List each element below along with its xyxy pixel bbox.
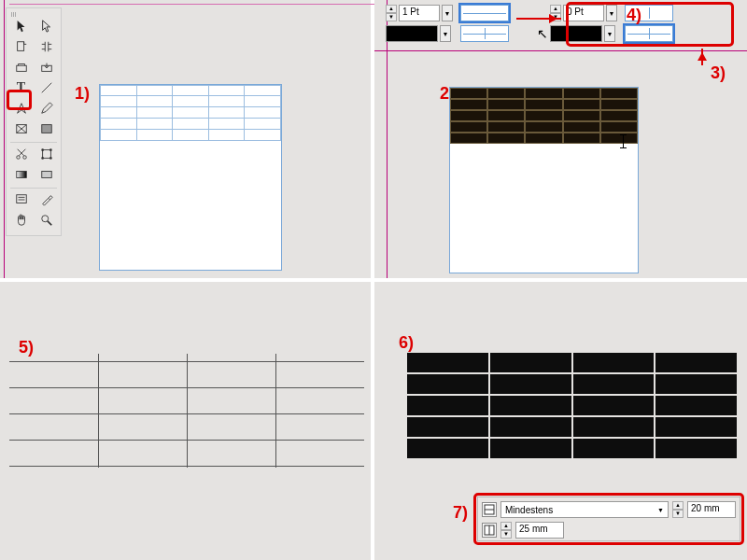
annotation-arrow xyxy=(516,18,561,20)
eyedropper-tool[interactable] xyxy=(35,190,58,209)
svg-rect-1 xyxy=(16,65,26,71)
stroke-weight-field[interactable]: 1 Pt xyxy=(399,5,440,21)
table-selected-wide[interactable] xyxy=(407,353,737,460)
margin-guide xyxy=(374,50,747,51)
svg-rect-17 xyxy=(16,195,26,203)
rectangle-frame-tool[interactable] xyxy=(9,119,33,138)
zoom-tool[interactable] xyxy=(35,211,58,230)
text-frame[interactable] xyxy=(449,87,639,273)
gradient-swatch-tool[interactable] xyxy=(9,165,33,184)
stroke-weight-dropdown[interactable]: ▼ xyxy=(442,5,453,21)
line-tool[interactable] xyxy=(35,78,58,97)
svg-point-12 xyxy=(49,148,52,151)
toolbox-separator xyxy=(10,142,57,143)
svg-point-14 xyxy=(49,157,52,160)
free-transform-tool[interactable] xyxy=(35,145,58,163)
stroke-weight-spinner[interactable]: ▲▼ xyxy=(386,5,397,21)
annotation-arrow-up xyxy=(701,49,703,65)
svg-point-8 xyxy=(16,156,20,160)
margin-guide xyxy=(9,4,374,5)
highlight-row-height-panel xyxy=(473,493,744,545)
highlight-type-tool xyxy=(7,90,32,110)
text-frame[interactable] xyxy=(99,84,282,271)
indesign-toolbox: T xyxy=(6,7,62,236)
svg-rect-15 xyxy=(16,172,26,178)
svg-point-11 xyxy=(41,148,44,151)
border-selector-outer[interactable] xyxy=(460,5,509,21)
step-3-label: 3) xyxy=(711,63,726,83)
svg-rect-0 xyxy=(17,42,23,51)
svg-rect-10 xyxy=(42,150,50,159)
content-collector-tool[interactable] xyxy=(9,58,33,77)
svg-line-3 xyxy=(41,83,51,93)
text-cursor-icon xyxy=(620,134,627,148)
step-6-label: 6) xyxy=(399,333,414,353)
panel-step-1: T 1) xyxy=(0,0,371,278)
note-tool[interactable] xyxy=(9,190,33,209)
panel-step-6-7: 6) 7) Mindestens▼ ▲▼ 20 mm ▲▼ 25 mm xyxy=(374,282,747,560)
stroke-style-dropdown[interactable]: ▼ xyxy=(440,25,451,42)
rectangle-tool[interactable] xyxy=(35,119,58,138)
margin-guide-vertical xyxy=(4,0,5,278)
panel-step-2-3-4: ▲▼ 1 Pt ▼ ▼ ▲▼ 0 Pt ▼ ▼ xyxy=(374,0,747,278)
step-7-label: 7) xyxy=(453,503,468,523)
direct-selection-tool[interactable] xyxy=(35,17,58,35)
gradient-feather-tool[interactable] xyxy=(35,165,58,184)
toolbox-separator xyxy=(10,188,57,189)
selection-tool[interactable] xyxy=(9,17,33,35)
svg-rect-16 xyxy=(41,172,51,178)
cursor-icon: ↖ xyxy=(537,26,548,41)
border-selector-inner[interactable] xyxy=(460,25,509,42)
table-selected[interactable] xyxy=(450,88,638,144)
stroke-style-swatch[interactable] xyxy=(386,25,438,42)
step-1-label: 1) xyxy=(75,84,90,104)
step-5-label: 5) xyxy=(19,338,34,357)
highlight-stroke-zero xyxy=(566,2,734,47)
svg-point-13 xyxy=(41,157,44,160)
svg-point-20 xyxy=(41,216,48,222)
stroke-weight-group-left: ▲▼ 1 Pt ▼ ▼ xyxy=(386,5,453,48)
content-placer-tool[interactable] xyxy=(35,58,58,77)
gap-tool[interactable] xyxy=(35,37,58,56)
panel-step-5: 5) xyxy=(0,282,371,560)
scissors-tool[interactable] xyxy=(9,145,33,163)
page-tool[interactable] xyxy=(9,37,33,56)
pencil-tool[interactable] xyxy=(35,99,58,118)
svg-line-21 xyxy=(47,221,50,225)
step-4-label: 4) xyxy=(627,6,641,25)
table-light[interactable] xyxy=(100,85,281,141)
svg-rect-7 xyxy=(41,125,51,133)
hand-tool[interactable] xyxy=(9,211,33,230)
border-selector-group-left xyxy=(460,5,509,48)
svg-point-9 xyxy=(22,156,26,160)
